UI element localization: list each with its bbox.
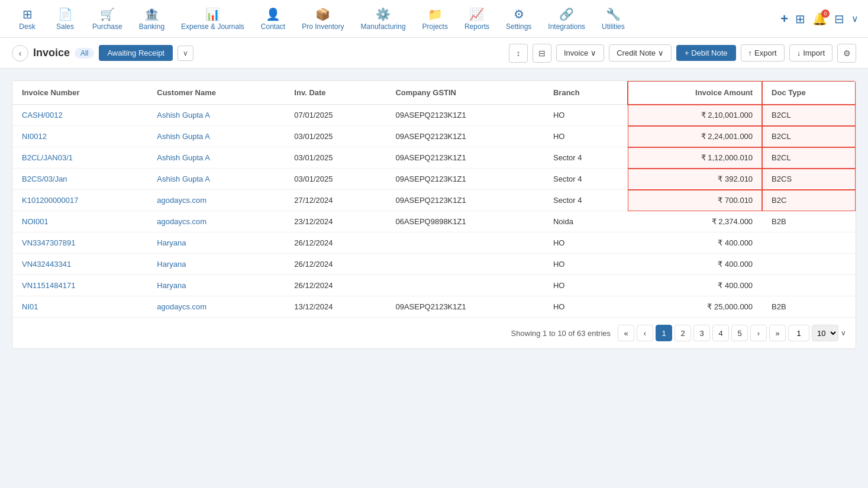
table-settings-button[interactable]: ⚙: [837, 44, 856, 63]
invoice-dropdown-button[interactable]: Invoice ∨: [556, 44, 604, 62]
col-customer-name: Customer Name: [147, 81, 285, 105]
customer-name-cell[interactable]: Ashish Gupta A: [147, 169, 285, 190]
invoice-number-cell[interactable]: CASH/0012: [12, 105, 147, 126]
awaiting-receipt-button[interactable]: Awaiting Receipt: [99, 45, 173, 61]
customer-name-link[interactable]: agodaycs.com: [157, 302, 206, 311]
nav-reports[interactable]: 📈 Reports: [457, 2, 496, 35]
notification-button[interactable]: 🔔 0: [812, 12, 827, 26]
inv-date-cell: 26/12/2024: [285, 275, 386, 296]
invoice-number-cell[interactable]: VN1151484171: [12, 275, 147, 296]
credit-note-arrow: ∨: [658, 49, 664, 57]
customer-name-cell[interactable]: Haryana: [147, 254, 285, 275]
invoice-number-link[interactable]: B2CS/03/Jan: [22, 174, 67, 183]
doc-type-cell: B2B: [762, 211, 856, 232]
page-5-button[interactable]: 5: [731, 325, 748, 341]
company-gstin-cell: 06ASEPQ9898K1Z1: [386, 211, 544, 232]
customer-name-link[interactable]: Ashish Gupta A: [157, 153, 210, 162]
nav-pro-inventory[interactable]: 📦 Pro Inventory: [295, 2, 351, 35]
customer-name-cell[interactable]: agodaycs.com: [147, 211, 285, 232]
invoice-number-link[interactable]: NOI001: [22, 217, 49, 226]
customer-name-cell[interactable]: Ashish Gupta A: [147, 126, 285, 147]
import-button[interactable]: ↓ Import: [789, 44, 832, 62]
invoice-number-link[interactable]: VN432443341: [22, 260, 71, 269]
nav-integrations[interactable]: 🔗 Integrations: [541, 2, 592, 35]
invoice-number-cell[interactable]: B2CL/JAN03/1: [12, 147, 147, 169]
customer-name-cell[interactable]: Ashish Gupta A: [147, 105, 285, 126]
invoice-number-cell[interactable]: K101200000017: [12, 190, 147, 211]
back-button[interactable]: ‹: [12, 45, 28, 62]
debit-note-button[interactable]: + Debit Note: [676, 45, 736, 61]
invoice-number-cell[interactable]: VN432443341: [12, 254, 147, 275]
nav-sales[interactable]: 📄 Sales: [47, 2, 83, 35]
invoice-number-link[interactable]: B2CL/JAN03/1: [22, 153, 73, 162]
page-first-button[interactable]: «: [618, 325, 634, 341]
table-body: CASH/0012 Ashish Gupta A 07/01/2025 09AS…: [12, 105, 856, 318]
invoice-number-cell[interactable]: VN3347307891: [12, 232, 147, 254]
customer-name-link[interactable]: Ashish Gupta A: [157, 132, 210, 141]
page-prev-button[interactable]: ‹: [637, 325, 653, 341]
customer-name-link[interactable]: Ashish Gupta A: [157, 111, 210, 119]
grid-view-button[interactable]: ⊞: [795, 12, 805, 26]
customer-name-link[interactable]: Haryana: [157, 238, 186, 247]
customer-name-cell[interactable]: Haryana: [147, 275, 285, 296]
nav-expense[interactable]: 📊 Expense & Journals: [174, 2, 251, 35]
credit-note-button[interactable]: Credit Note ∨: [609, 44, 672, 62]
invoice-number-link[interactable]: K101200000017: [22, 196, 78, 205]
inv-date-cell: 03/01/2025: [285, 169, 386, 190]
nav-manufacturing[interactable]: ⚙️ Manufacturing: [354, 2, 413, 35]
page-2-button[interactable]: 2: [675, 325, 691, 341]
branch-cell: HO: [544, 275, 628, 296]
invoice-number-link[interactable]: CASH/0012: [22, 111, 63, 119]
page-last-button[interactable]: »: [769, 325, 786, 341]
export-label: Export: [754, 49, 777, 57]
dashboard-button[interactable]: ⊟: [834, 12, 844, 26]
customer-name-link[interactable]: Haryana: [157, 281, 186, 290]
page-3-button[interactable]: 3: [693, 325, 710, 341]
company-gstin-cell: 09ASEPQ2123K1Z1: [386, 296, 544, 318]
invoice-number-cell[interactable]: NI01: [12, 296, 147, 318]
page-1-button[interactable]: 1: [656, 325, 672, 341]
nav-settings[interactable]: ⚙ Settings: [499, 2, 538, 35]
customer-name-cell[interactable]: agodaycs.com: [147, 296, 285, 318]
awaiting-dropdown-button[interactable]: ∨: [178, 46, 193, 61]
nav-reports-label: Reports: [464, 22, 489, 31]
table-header: Invoice Number Customer Name Inv. Date C…: [12, 81, 856, 105]
page-input[interactable]: [788, 325, 809, 341]
nav-contact[interactable]: 👤 Contact: [254, 2, 292, 35]
inv-date-cell: 26/12/2024: [285, 254, 386, 275]
invoice-number-cell[interactable]: NI0012: [12, 126, 147, 147]
add-button[interactable]: +: [780, 11, 788, 27]
invoice-number-link[interactable]: NI01: [22, 302, 38, 311]
invoice-number-link[interactable]: VN1151484171: [22, 281, 75, 290]
page-next-button[interactable]: ›: [750, 325, 767, 341]
invoice-number-cell[interactable]: NOI001: [12, 211, 147, 232]
nav-banking[interactable]: 🏦 Banking: [132, 2, 172, 35]
user-menu-button[interactable]: ∨: [851, 13, 859, 24]
page-4-button[interactable]: 4: [712, 325, 729, 341]
invoice-number-link[interactable]: VN3347307891: [22, 238, 75, 247]
customer-name-link[interactable]: Ashish Gupta A: [157, 174, 210, 183]
tab-all[interactable]: All: [75, 48, 94, 59]
customer-name-link[interactable]: agodaycs.com: [157, 196, 206, 205]
customer-name-cell[interactable]: Haryana: [147, 232, 285, 254]
branch-cell: HO: [544, 105, 628, 126]
nav-utilities[interactable]: 🔧 Utilities: [595, 2, 632, 35]
nav-projects[interactable]: 📁 Projects: [415, 2, 455, 35]
customer-name-cell[interactable]: Ashish Gupta A: [147, 147, 285, 169]
pro-inventory-icon: 📦: [315, 7, 330, 21]
nav-purchase[interactable]: 🛒 Purchase: [85, 2, 130, 35]
filter-button[interactable]: ⊟: [533, 44, 551, 63]
invoice-number-link[interactable]: NI0012: [22, 132, 47, 141]
invoice-number-cell[interactable]: B2CS/03/Jan: [12, 169, 147, 190]
page-size-select[interactable]: 10 25 50: [812, 325, 838, 341]
projects-icon: 📁: [428, 7, 443, 21]
invoice-amount-cell: ₹ 25,000.000: [628, 296, 762, 318]
customer-name-link[interactable]: agodaycs.com: [157, 217, 206, 226]
debit-note-label: + Debit Note: [685, 49, 728, 57]
customer-name-link[interactable]: Haryana: [157, 260, 186, 269]
customer-name-cell[interactable]: agodaycs.com: [147, 190, 285, 211]
sort-button[interactable]: ↕: [509, 44, 528, 63]
export-button[interactable]: ↑ Export: [741, 44, 785, 62]
nav-desk[interactable]: ⊞ Desk: [9, 2, 45, 35]
awaiting-receipt-label: Awaiting Receipt: [107, 49, 164, 57]
